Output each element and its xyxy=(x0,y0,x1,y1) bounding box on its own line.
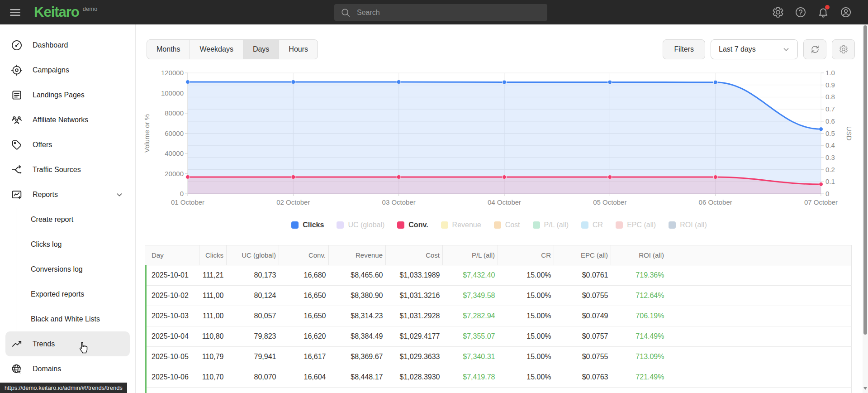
sidebar-item-label: Reports xyxy=(33,191,58,199)
table-row: 2025-10-05110,7979,94116,617$8,369.67$1,… xyxy=(145,347,852,367)
sidebar-item-trends[interactable]: Trends xyxy=(5,331,130,356)
chart-legend: Clicks UC (global) Conv. Revenue Cost P/… xyxy=(136,221,863,229)
svg-text:07 October: 07 October xyxy=(804,198,838,206)
chart-settings-button[interactable] xyxy=(832,39,855,59)
svg-text:0.3: 0.3 xyxy=(825,153,835,161)
dashboard-icon xyxy=(11,39,23,51)
legend-swatch xyxy=(494,221,501,229)
status-url-tooltip: https://demo.keitaro.io/admin/#!/trends/… xyxy=(0,383,127,393)
sidebar-item-landings-pages[interactable]: Landings Pages xyxy=(0,82,135,107)
settings-icon[interactable] xyxy=(772,6,784,18)
legend-item-revenue[interactable]: Revenue xyxy=(441,221,481,229)
sidebar-item-create-report[interactable]: Create report xyxy=(0,207,135,232)
notifications-bell-icon[interactable] xyxy=(817,6,829,18)
sidebar-item-black-white-lists[interactable]: Black and White Lists xyxy=(0,307,135,331)
reports-icon xyxy=(11,189,23,201)
legend-swatch xyxy=(669,221,676,229)
legend-swatch xyxy=(581,221,588,229)
sidebar-item-label: Dashboard xyxy=(33,41,68,49)
svg-text:0.5: 0.5 xyxy=(825,129,835,137)
legend-swatch xyxy=(337,221,344,229)
submenu-rule xyxy=(16,208,16,331)
sidebar-item-offers[interactable]: Offers xyxy=(0,132,135,157)
svg-text:100000: 100000 xyxy=(161,89,184,97)
svg-text:06 October: 06 October xyxy=(699,198,732,206)
legend-item-cr[interactable]: CR xyxy=(581,221,603,229)
top-bar: Keitaro demo xyxy=(0,0,868,24)
brand-name: Keitaro xyxy=(34,0,79,24)
search-icon xyxy=(341,8,351,18)
tab-months[interactable]: Months xyxy=(147,40,190,59)
table-header-row: Day Clicks UC (global) Conv. Revenue Cos… xyxy=(145,245,852,265)
table-row: 2025-10-04110,8079,82316,620$8,384.49$1,… xyxy=(145,326,852,347)
page-scrollbar[interactable] xyxy=(863,24,868,393)
svg-text:40000: 40000 xyxy=(165,149,184,157)
legend-swatch xyxy=(533,221,540,229)
search-input[interactable] xyxy=(356,8,530,17)
legend-swatch xyxy=(616,221,623,229)
svg-text:1.0: 1.0 xyxy=(825,69,835,77)
help-icon[interactable] xyxy=(795,6,806,18)
trends-icon xyxy=(11,338,23,350)
scrollbar-down-arrow[interactable] xyxy=(863,387,867,390)
legend-item-cost[interactable]: Cost xyxy=(494,221,520,229)
tab-hours[interactable]: Hours xyxy=(279,40,318,59)
sidebar: Dashboard Campaigns Landings Pages Affil… xyxy=(0,24,136,393)
svg-text:0.8: 0.8 xyxy=(825,93,835,101)
svg-text:80000: 80000 xyxy=(165,109,184,117)
col-header-clicks: Clicks xyxy=(199,245,227,265)
affiliate-networks-icon xyxy=(11,114,23,126)
svg-text:20000: 20000 xyxy=(165,170,184,177)
date-range-select[interactable]: Last 7 days xyxy=(711,39,798,59)
chevron-down-icon xyxy=(781,44,791,54)
campaigns-icon xyxy=(11,64,23,76)
chart-canvas: 02000040000600008000010000012000000.10.2… xyxy=(136,63,863,213)
tab-weekdays[interactable]: Weekdays xyxy=(190,40,242,59)
legend-item-conv[interactable]: Conv. xyxy=(397,221,428,229)
svg-text:120000: 120000 xyxy=(161,69,184,77)
sidebar-item-label: Campaigns xyxy=(33,66,69,74)
svg-text:0: 0 xyxy=(180,190,184,197)
sidebar-item-reports[interactable]: Reports xyxy=(0,182,135,207)
landings-pages-icon xyxy=(11,89,23,101)
sidebar-item-dashboard[interactable]: Dashboard xyxy=(0,33,135,58)
toolbar-right: Filters Last 7 days xyxy=(663,39,855,59)
svg-text:0.2: 0.2 xyxy=(825,166,835,173)
date-range-value: Last 7 days xyxy=(719,45,756,53)
col-header-day: Day xyxy=(145,245,199,265)
traffic-sources-icon xyxy=(11,164,23,176)
table-row: 2025-10-01111,2180,17316,680$8,465.60$1,… xyxy=(145,265,852,286)
sidebar-item-exported-reports[interactable]: Exported reports xyxy=(0,282,135,307)
status-url: https://demo.keitaro.io/admin/#!/trends/… xyxy=(5,384,123,391)
trends-table: Day Clicks UC (global) Conv. Revenue Cos… xyxy=(145,245,851,393)
legend-item-roi-all[interactable]: ROI (all) xyxy=(669,221,707,229)
refresh-button[interactable] xyxy=(803,39,826,59)
chevron-down-icon xyxy=(114,190,124,200)
refresh-icon xyxy=(810,44,820,54)
sidebar-item-clicks-log[interactable]: Clicks log xyxy=(0,232,135,257)
tab-days[interactable]: Days xyxy=(243,40,279,59)
account-icon[interactable] xyxy=(840,6,852,18)
sidebar-item-label: Landings Pages xyxy=(33,91,85,99)
svg-text:0.6: 0.6 xyxy=(825,117,835,125)
legend-item-clicks[interactable]: Clicks xyxy=(291,221,324,229)
col-header-pl-all: P/L (all) xyxy=(443,245,498,265)
col-header-filler xyxy=(667,245,852,265)
col-header-conv: Conv. xyxy=(279,245,329,265)
legend-swatch xyxy=(397,221,404,229)
legend-item-uc-global[interactable]: UC (global) xyxy=(337,221,384,229)
sidebar-item-traffic-sources[interactable]: Traffic Sources xyxy=(0,157,135,182)
col-header-uc-global: UC (global) xyxy=(227,245,279,265)
svg-text:USD: USD xyxy=(845,126,853,141)
sidebar-item-campaigns[interactable]: Campaigns xyxy=(0,58,135,82)
legend-item-epc-all[interactable]: EPC (all) xyxy=(616,221,656,229)
sidebar-item-domains[interactable]: Domains xyxy=(0,356,135,381)
hamburger-icon[interactable] xyxy=(9,6,21,19)
sidebar-item-affiliate-networks[interactable]: Affiliate Networks xyxy=(0,107,135,132)
svg-text:60000: 60000 xyxy=(165,129,184,137)
filters-button[interactable]: Filters xyxy=(663,39,705,59)
legend-item-pl-all[interactable]: P/L (all) xyxy=(533,221,569,229)
search-box[interactable] xyxy=(334,4,547,21)
sidebar-item-conversions-log[interactable]: Conversions log xyxy=(0,257,135,282)
scrollbar-thumb[interactable] xyxy=(863,25,867,335)
